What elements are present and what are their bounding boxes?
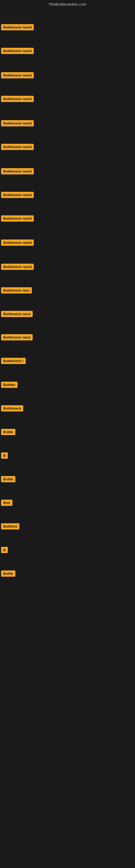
site-title: TheBottlenecker.com — [0, 0, 135, 9]
bottleneck-badge-11[interactable]: Bottleneck result — [1, 264, 34, 270]
badges-container: Bottleneck resultBottleneck resultBottle… — [0, 9, 135, 868]
bottleneck-badge-3[interactable]: Bottleneck result — [1, 72, 34, 79]
bottleneck-badge-1[interactable]: Bottleneck result — [1, 24, 34, 30]
bottleneck-badge-9[interactable]: Bottleneck result — [1, 215, 34, 222]
bottleneck-badge-7[interactable]: Bottleneck result — [1, 168, 34, 175]
bottleneck-badge-15[interactable]: Bottleneck r — [1, 358, 26, 364]
bottleneck-badge-19[interactable]: B — [1, 453, 8, 459]
bottleneck-badge-23[interactable]: B — [1, 547, 8, 553]
bottleneck-badge-4[interactable]: Bottleneck result — [1, 96, 34, 102]
bottleneck-badge-21[interactable]: Bott — [1, 500, 12, 506]
bottleneck-badge-16[interactable]: Bottlen — [1, 382, 17, 388]
bottleneck-badge-5[interactable]: Bottleneck result — [1, 120, 34, 126]
bottleneck-badge-13[interactable]: Bottleneck resul — [1, 311, 33, 317]
bottleneck-badge-10[interactable]: Bottleneck result — [1, 240, 34, 246]
bottleneck-badge-2[interactable]: Bottleneck result — [1, 48, 34, 54]
bottleneck-badge-24[interactable]: Bottle — [1, 570, 15, 577]
bottleneck-badge-12[interactable]: Bottleneck resu — [1, 287, 32, 293]
bottleneck-badge-17[interactable]: Bottleneck — [1, 405, 23, 411]
bottleneck-badge-8[interactable]: Bottleneck result — [1, 192, 34, 198]
bottleneck-badge-6[interactable]: Bottleneck result — [1, 144, 34, 150]
bottleneck-badge-22[interactable]: Bottlens — [1, 523, 19, 529]
bottleneck-badge-18[interactable]: Bottle — [1, 429, 15, 435]
bottleneck-badge-20[interactable]: Bottle — [1, 476, 15, 482]
bottleneck-badge-14[interactable]: Bottleneck resul — [1, 334, 33, 340]
